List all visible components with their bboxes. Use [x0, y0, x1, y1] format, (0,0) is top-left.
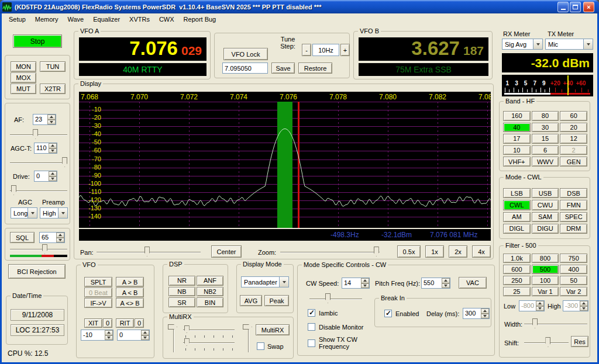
slider-thumb[interactable] — [184, 325, 190, 333]
filter-1k-button[interactable]: 1.0k — [503, 254, 531, 263]
xit-zero-button[interactable]: 0 — [103, 318, 112, 328]
rx-meter-combo[interactable]: Sig Avg — [502, 39, 543, 50]
a-swap-b-button[interactable]: A <> B — [116, 298, 144, 308]
zero-beat-button[interactable]: 0 Beat — [84, 287, 112, 297]
band-15-button[interactable]: 15 — [532, 134, 559, 144]
combo-arrow-icon[interactable] — [583, 39, 593, 49]
mode-sam-button[interactable]: SAM — [532, 212, 559, 222]
delay-spinner[interactable]: 300 — [463, 308, 490, 319]
band-30-button[interactable]: 30 — [532, 123, 559, 133]
maximize-button[interactable] — [570, 2, 581, 12]
dsp-nb-button[interactable]: NB — [168, 287, 195, 297]
panadapter-display[interactable]: 7.0687.0707.0727.0747.0767.0787.0807.082… — [79, 92, 491, 228]
menu-memory[interactable]: Memory — [30, 14, 63, 25]
memory-frequency-input[interactable]: 7.095050 — [222, 63, 268, 74]
dsp-sr-button[interactable]: SR — [168, 297, 195, 307]
spin-down-button[interactable] — [580, 306, 588, 311]
filter-750-button[interactable]: 750 — [560, 254, 587, 263]
spin-down-button[interactable] — [481, 314, 489, 319]
filter-500-button[interactable]: 500 — [532, 265, 559, 274]
save-button[interactable]: Save — [271, 63, 295, 74]
close-button[interactable]: × — [583, 2, 594, 12]
slider-thumb[interactable] — [184, 338, 190, 346]
spin-up-button[interactable] — [49, 171, 57, 176]
vac-button[interactable]: VAC — [459, 277, 487, 289]
title-bar[interactable]: (KD5TFD 21Aug2008) FlexRadio Systems Pow… — [0, 0, 599, 13]
rit-zero-button[interactable]: 0 — [135, 318, 144, 328]
spin-up-button[interactable] — [442, 278, 450, 283]
spin-up-button[interactable] — [47, 115, 56, 120]
spin-down-button[interactable] — [105, 335, 113, 341]
sql-slider[interactable] — [10, 244, 67, 254]
multirx-pan-slider-right[interactable] — [243, 324, 253, 352]
tun-button[interactable]: TUN — [40, 61, 66, 72]
mode-lsb-button[interactable]: LSB — [503, 188, 531, 198]
show-tx-cw-checkbox[interactable] — [308, 339, 315, 347]
vslider-thumb[interactable] — [168, 324, 177, 330]
filter-var2-button[interactable]: Var 2 — [560, 287, 587, 296]
cw-speed-slider[interactable] — [309, 293, 362, 303]
spin-up-button[interactable] — [105, 330, 113, 335]
pan-center-button[interactable]: Center — [211, 245, 242, 258]
menu-cwx[interactable]: CWX — [154, 14, 179, 25]
cw-speed-slider-thumb[interactable] — [325, 293, 331, 303]
multirx-gain-slider-1[interactable] — [183, 325, 235, 334]
band-17-button[interactable]: 17 — [503, 134, 531, 144]
mode-dsb-button[interactable]: DSB — [560, 188, 587, 198]
spin-down-button[interactable] — [536, 306, 544, 311]
shift-slider-thumb[interactable] — [545, 337, 550, 347]
pitch-freq-spinner[interactable]: 550 — [421, 278, 450, 289]
spin-up-button[interactable] — [361, 278, 369, 283]
agct-spinner[interactable]: 110 — [34, 143, 57, 154]
combo-arrow-icon[interactable] — [279, 277, 288, 287]
dsp-bin-button[interactable]: BIN — [197, 297, 223, 307]
xit-spinner[interactable]: -10 — [81, 330, 113, 341]
vfo-lock-button[interactable]: VFO Lock — [223, 48, 268, 60]
filter-250-button[interactable]: 250 — [503, 276, 531, 285]
band-vhf-button[interactable]: VHF+ — [503, 157, 531, 167]
menu-equalizer[interactable]: Equalizer — [88, 14, 125, 25]
vslider-thumb[interactable] — [243, 324, 252, 330]
combo-arrow-icon[interactable] — [58, 208, 67, 218]
af-slider-thumb[interactable] — [33, 129, 38, 139]
band-160-button[interactable]: 160 — [503, 111, 531, 121]
filter-var1-button[interactable]: Var 1 — [532, 287, 559, 296]
filter-800-button[interactable]: 800 — [532, 254, 559, 263]
sql-slider-thumb[interactable] — [42, 244, 47, 254]
zoom-slider[interactable] — [280, 247, 380, 256]
peak-button[interactable]: Peak — [264, 295, 289, 306]
preamp-combo[interactable]: High — [40, 207, 68, 219]
filter-res-button[interactable]: Res — [571, 336, 588, 347]
spin-down-button[interactable] — [47, 120, 56, 125]
x2tr-button[interactable]: X2TR — [40, 84, 66, 94]
filter-low-spinner[interactable]: -800 — [519, 300, 545, 311]
xit-button[interactable]: XIT — [84, 318, 102, 328]
a-to-b-button[interactable]: A > B — [116, 277, 144, 287]
af-spinner[interactable]: 23 — [33, 114, 56, 125]
b-to-a-button[interactable]: A < B — [116, 287, 144, 297]
mode-cwl-button[interactable]: CWL — [503, 200, 531, 210]
filter-high-spinner[interactable]: -300 — [563, 300, 588, 311]
pan-slider-thumb[interactable] — [144, 247, 150, 256]
bci-rejection-button[interactable]: BCI Rejection — [8, 264, 66, 279]
restore-button[interactable]: Restore — [298, 63, 332, 74]
dsp-anf-button[interactable]: ANF — [197, 276, 223, 286]
if-to-vfo-button[interactable]: IF->V — [84, 298, 112, 308]
spin-down-button[interactable] — [361, 283, 369, 289]
zoom-2x-button[interactable]: 2x — [449, 245, 467, 258]
avg-button[interactable]: AVG — [240, 295, 262, 306]
agct-slider[interactable] — [10, 157, 67, 167]
band-20-button[interactable]: 20 — [560, 123, 587, 133]
band-2-button[interactable]: 2 — [560, 145, 587, 155]
mode-usb-button[interactable]: USB — [532, 188, 559, 198]
band-wwv-button[interactable]: WWV — [532, 157, 559, 167]
spin-up-button[interactable] — [49, 143, 57, 148]
drive-spinner[interactable]: 0 — [34, 171, 57, 182]
filter-25-button[interactable]: 25 — [503, 287, 531, 296]
filter-shift-slider[interactable] — [524, 337, 569, 347]
mode-spec-button[interactable]: SPEC — [560, 212, 587, 222]
tx-meter-combo[interactable]: Mic — [545, 39, 593, 50]
spin-up-button[interactable] — [141, 330, 149, 335]
vfo-a-frequency-display[interactable]: 7.076 029 — [79, 37, 206, 61]
sql-spinner[interactable]: 65 — [39, 232, 65, 243]
